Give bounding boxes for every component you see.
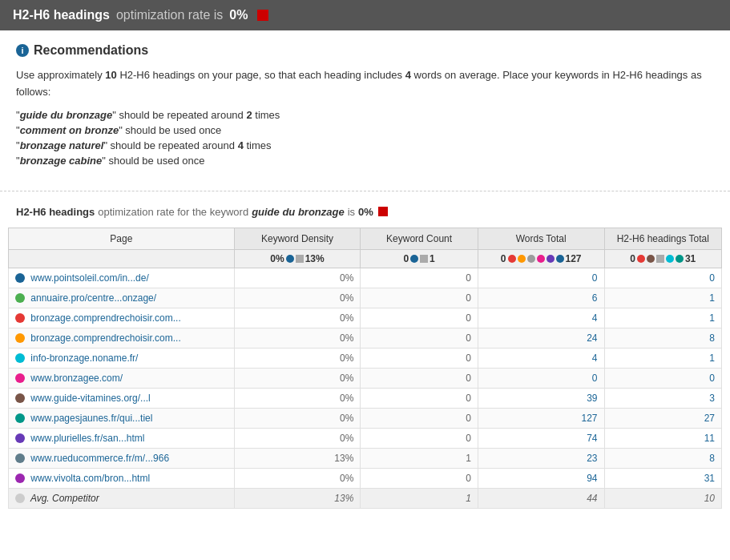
page-dot [15,473,25,483]
kc-cell: 0 [361,348,478,368]
page-link[interactable]: info-bronzage.noname.fr/ [30,353,138,364]
red-square-icon [257,10,268,21]
col-header-wt: Words Total [478,228,604,249]
page-dot [15,373,25,383]
kd-cell: 0% [234,328,361,348]
avg-kc: 1 [361,488,478,508]
wt-link[interactable]: 0 [592,373,598,384]
wt-link[interactable]: 4 [592,312,598,324]
wt-link[interactable]: 23 [587,453,597,464]
table-row: www.plurielles.fr/san...html 0% 0 74 11 [9,428,722,448]
avg-label: Avg. Competitor [30,493,99,504]
page-link[interactable]: bronzage.comprendrechoisir.com... [30,332,180,344]
h2h6-link[interactable]: 8 [709,332,715,344]
page-dot [15,433,25,443]
wt-link[interactable]: 39 [587,393,597,404]
rec-kw-1: guide du bronzage [20,109,113,121]
page-link[interactable]: www.vivolta.com/bron...html [30,473,150,484]
page-dot [15,313,25,323]
rec-kw-4: bronzage cabine [20,155,103,167]
page-link[interactable]: www.plurielles.fr/san...html [30,433,144,444]
avg-row: Avg. Competitor 13% 1 44 10 [9,488,722,508]
page-link[interactable]: bronzage.comprendrechoisir.com... [30,312,180,324]
table-row: www.vivolta.com/bron...html 0% 0 94 31 [9,468,722,488]
h2h6-link[interactable]: 1 [709,353,715,364]
wt-link[interactable]: 127 [582,413,598,424]
rec-item-1: "guide du bronzage" should be repeated a… [16,109,714,121]
h2h6-link[interactable]: 3 [709,393,715,404]
wt-link[interactable]: 74 [587,433,597,444]
kd-sub-left: 0% [270,253,284,264]
h2-dot-2 [647,255,655,263]
page-cell: www.vivolta.com/bron...html [9,468,235,488]
col-header-kc: Keyword Count [361,228,478,249]
page-link[interactable]: www.bronzagee.com/ [30,373,123,384]
header-title-suffix: optimization rate is [116,8,223,22]
rec-item-3: "bronzage naturel" should be repeated ar… [16,139,714,151]
opt-prefix: H2-H6 headings [16,206,95,218]
wt-link[interactable]: 4 [592,353,598,364]
page-link[interactable]: www.pointsoleil.com/in...de/ [30,272,148,284]
wt-link[interactable]: 24 [587,332,597,344]
h2h6-link[interactable]: 8 [709,453,715,464]
h2-sub-right: 31 [685,253,696,264]
h2h6-cell: 0 [604,368,721,388]
kd-gray-sq [296,255,304,263]
page-cell: www.pagesjaunes.fr/qui...tiel [9,408,235,428]
h2h6-link[interactable]: 0 [709,272,715,284]
wt-sub-left: 0 [501,253,506,264]
kc-gray-sq [420,255,428,263]
h2h6-cell: 8 [604,328,721,348]
rec-heading-count: 10 [105,69,116,81]
col-header-page: Page [9,228,235,249]
wt-link[interactable]: 94 [587,473,597,484]
page-link[interactable]: www.pagesjaunes.fr/qui...tiel [30,413,152,424]
wt-link[interactable]: 6 [592,292,598,304]
kc-cell: 1 [361,448,478,468]
page-cell: www.pointsoleil.com/in...de/ [9,268,235,288]
h2h6-link[interactable]: 0 [709,373,715,384]
avg-label-cell: Avg. Competitor [9,488,235,508]
kc-cell: 0 [361,288,478,308]
opt-rate: 0% [358,206,373,218]
kc-sub-right: 1 [430,253,435,264]
rec-intro-text: Use approximately 10 H2-H6 headings on y… [16,67,714,101]
h2h6-link[interactable]: 31 [704,473,715,484]
kd-cell: 0% [234,408,361,428]
kd-cell: 0% [234,268,361,288]
page-cell: info-bronzage.noname.fr/ [9,348,235,368]
wt-cell: 74 [478,428,604,448]
page-link[interactable]: www.rueducommerce.fr/m/...966 [30,453,169,464]
rec-list: "guide du bronzage" should be repeated a… [16,109,714,167]
wt-link[interactable]: 0 [592,272,598,284]
avg-dot [15,494,25,503]
h2-gray-sq [656,255,664,263]
kd-cell: 0% [234,368,361,388]
opt-keyword: guide du bronzage [252,206,345,218]
wt-cell: 23 [478,448,604,468]
info-icon: i [16,44,29,57]
data-table: Page Keyword Density Keyword Count Words… [8,228,722,509]
recommendations-section: i Recommendations Use approximately 10 H… [0,30,730,183]
table-row: www.rueducommerce.fr/m/...966 13% 1 23 8 [9,448,722,468]
kc-sub-left: 0 [403,253,409,264]
h2h6-link[interactable]: 27 [704,413,715,424]
h2h6-cell: 8 [604,448,721,468]
sub-header-kc: 0 1 [361,249,478,268]
wt-sub-right: 127 [566,253,582,264]
page-dot [15,293,25,303]
h2h6-link[interactable]: 11 [704,433,715,444]
wt-cell: 6 [478,288,604,308]
h2h6-link[interactable]: 1 [709,292,715,304]
rec-kw-2: comment on bronze [20,124,119,136]
page-link[interactable]: annuaire.pro/centre...onzage/ [30,292,156,304]
page-link[interactable]: www.guide-vitamines.org/...l [30,393,150,404]
page-dot [15,413,25,423]
sub-header-kd: 0% 13% [234,249,361,268]
wt-cell: 39 [478,388,604,408]
page-dot [15,273,25,283]
rec-intro2: H2-H6 headings on your page, so that eac… [119,69,402,81]
kd-cell: 13% [234,448,361,468]
h2h6-link[interactable]: 1 [709,312,715,324]
rec-kw-3: bronzage naturel [20,139,104,151]
